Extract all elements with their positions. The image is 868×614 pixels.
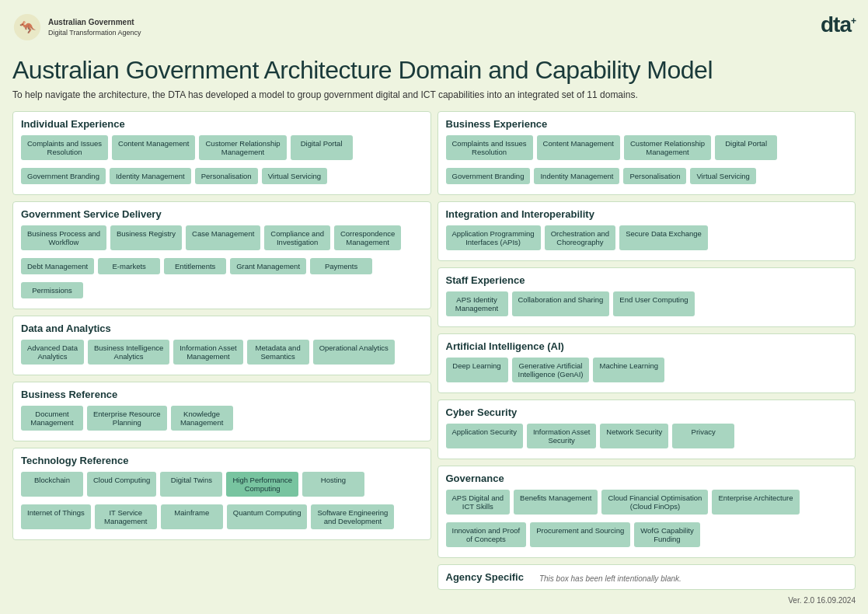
capability-item: Grant Management xyxy=(230,258,306,274)
svg-text:🦘: 🦘 xyxy=(19,19,37,36)
capability-item: Digital Twins xyxy=(160,472,222,497)
capability-item: Cloud Financial Optimisation(Cloud FinOp… xyxy=(601,490,708,515)
capability-item: Mainframe xyxy=(161,504,223,529)
domain-cyber-security: Cyber Security Application Security Info… xyxy=(437,399,856,459)
capability-item: Case Management xyxy=(186,225,260,250)
capability-item: Government Branding xyxy=(21,168,106,184)
capability-grid: Deep Learning Generative ArtificialIntel… xyxy=(446,358,848,386)
page-title: Australian Government Architecture Domai… xyxy=(12,56,856,85)
capability-item: Customer RelationshipManagement xyxy=(624,135,711,160)
capability-item: End User Computing xyxy=(613,291,694,316)
capability-item: APS IdentityManagement xyxy=(446,291,508,316)
capability-item: Secure Data Exchange xyxy=(619,225,708,250)
capability-item: Virtual Servicing xyxy=(262,168,327,184)
capability-item: Application ProgrammingInterfaces (APIs) xyxy=(446,225,541,250)
domain-data-analytics: Data and Analytics Advanced DataAnalytic… xyxy=(12,316,431,375)
capability-item: Metadata andSemantics xyxy=(247,340,309,365)
version-bar: Ver. 2.0 16.09.2024 xyxy=(12,596,856,605)
domain-title-technology-reference: Technology Reference xyxy=(21,455,423,466)
capability-item: IT ServiceManagement xyxy=(95,504,157,529)
domain-staff-experience: Staff Experience APS IdentityManagement … xyxy=(437,267,856,327)
capability-item: Advanced DataAnalytics xyxy=(21,340,84,365)
capability-item: Internet of Things xyxy=(21,504,91,529)
capability-row: Debt Management E-markets Entitlements G… xyxy=(21,258,423,274)
dta-logo: dta+ xyxy=(821,12,856,37)
capability-item: Entitlements xyxy=(164,258,226,274)
capability-item: Business Registry xyxy=(110,225,182,250)
domain-title-staff-experience: Staff Experience xyxy=(446,274,848,286)
capability-item: Cloud Computing xyxy=(87,472,156,497)
capability-item: Hosting xyxy=(302,472,364,497)
page-subtitle: To help navigate the architecture, the D… xyxy=(12,89,856,100)
right-column: Business Experience Complaints and Issue… xyxy=(437,111,856,590)
capability-grid: Advanced DataAnalytics Business Intellig… xyxy=(21,340,423,368)
capability-grid: Complaints and IssuesResolution Content … xyxy=(21,135,423,188)
capability-grid: Application Security Information AssetSe… xyxy=(446,424,848,452)
capability-grid: APS Digital andICT Skills Benefits Manag… xyxy=(446,490,848,551)
version-text: Ver. 2.0 16.09.2024 xyxy=(788,596,856,605)
capability-grid: Complaints and IssuesResolution Content … xyxy=(446,135,848,188)
capability-row: Permissions xyxy=(21,282,423,298)
capability-item: Business IntelligenceAnalytics xyxy=(88,340,169,365)
capability-row: Government Branding Identity Management … xyxy=(21,168,423,184)
capability-item: Network Security xyxy=(600,424,668,448)
domains-grid: Individual Experience Complaints and Iss… xyxy=(12,111,856,590)
capability-item: Operational Analytics xyxy=(313,340,395,365)
capability-item: Payments xyxy=(310,258,372,274)
gov-text: Australian Government Digital Transforma… xyxy=(48,17,141,38)
capability-item: KnowledgeManagement xyxy=(171,406,233,431)
capability-item: WofG CapabilityFunding xyxy=(634,522,699,547)
capability-item: Identity Management xyxy=(110,168,191,184)
domain-title-cyber-security: Cyber Security xyxy=(446,406,848,418)
domain-agency-specific: Agency Specific This box has been left i… xyxy=(437,564,856,590)
capability-item: Orchestration andChoreography xyxy=(545,225,616,250)
capability-item: Software Engineeringand Development xyxy=(311,504,394,529)
domain-title-integration-interoperability: Integration and Interoperability xyxy=(446,208,848,220)
capability-item: Digital Portal xyxy=(715,135,777,160)
capability-grid: APS IdentityManagement Collaboration and… xyxy=(446,291,848,320)
domain-artificial-intelligence: Artificial Intelligence (AI) Deep Learni… xyxy=(437,333,856,393)
capability-row: Government Branding Indentity Management… xyxy=(446,168,848,184)
capability-item-highlight: High PerformanceComputing xyxy=(226,472,298,497)
capability-item: Benefits Management xyxy=(514,490,598,515)
capability-item: Virtual Servicing xyxy=(690,168,755,184)
capability-item: Digital Portal xyxy=(291,135,353,160)
capability-item: Quantum Computing xyxy=(227,504,308,529)
capability-row: Internet of Things IT ServiceManagement … xyxy=(21,504,423,529)
capability-item: APS Digital andICT Skills xyxy=(446,490,511,515)
agency-specific-row: Agency Specific This box has been left i… xyxy=(446,571,848,583)
domain-title-government-service-delivery: Government Service Delivery xyxy=(21,208,423,220)
domain-title-business-reference: Business Reference xyxy=(21,389,423,400)
capability-grid: DocumentManagement Enterprise ResourcePl… xyxy=(21,406,423,434)
capability-row: Innovation and Proofof Concepts Procurem… xyxy=(446,522,848,547)
capability-item: DocumentManagement xyxy=(21,406,83,431)
capability-item: Content Management xyxy=(112,135,195,160)
domain-business-experience: Business Experience Complaints and Issue… xyxy=(437,111,856,195)
domain-title-business-experience: Business Experience xyxy=(446,118,848,130)
capability-item: Permissions xyxy=(21,282,83,298)
capability-item: Content Management xyxy=(537,135,620,160)
capability-item: Deep Learning xyxy=(446,358,508,382)
capability-item: Government Branding xyxy=(446,168,531,184)
capability-item: Business Process andWorkflow xyxy=(21,225,106,250)
capability-item: Information AssetManagement xyxy=(173,340,242,365)
capability-item: Enterprise Architecture xyxy=(712,490,799,515)
capability-item: Blockchain xyxy=(21,472,83,497)
capability-grid: Business Process andWorkflow Business Re… xyxy=(21,225,423,302)
capability-grid: Blockchain Cloud Computing Digital Twins… xyxy=(21,472,423,533)
capability-row: Application Security Information AssetSe… xyxy=(446,424,848,448)
capability-item: Complaints and IssuesResolution xyxy=(21,135,108,160)
capability-item: Enterprise ResourcePlanning xyxy=(87,406,167,431)
capability-item: Debt Management xyxy=(21,258,94,274)
domain-technology-reference: Technology Reference Blockchain Cloud Co… xyxy=(12,448,431,540)
domain-title-agency-specific: Agency Specific xyxy=(446,571,524,583)
coat-of-arms-icon: 🦘 xyxy=(12,12,42,42)
capability-item: Machine Learning xyxy=(593,358,664,382)
capability-item: E-markets xyxy=(98,258,160,274)
domain-business-reference: Business Reference DocumentManagement En… xyxy=(12,382,431,441)
domain-title-data-analytics: Data and Analytics xyxy=(21,323,423,334)
domain-government-service-delivery: Government Service Delivery Business Pro… xyxy=(12,201,431,309)
capability-item: Compliance andInvestigation xyxy=(264,225,330,250)
capability-item: Application Security xyxy=(446,424,523,448)
capability-row: APS IdentityManagement Collaboration and… xyxy=(446,291,848,316)
